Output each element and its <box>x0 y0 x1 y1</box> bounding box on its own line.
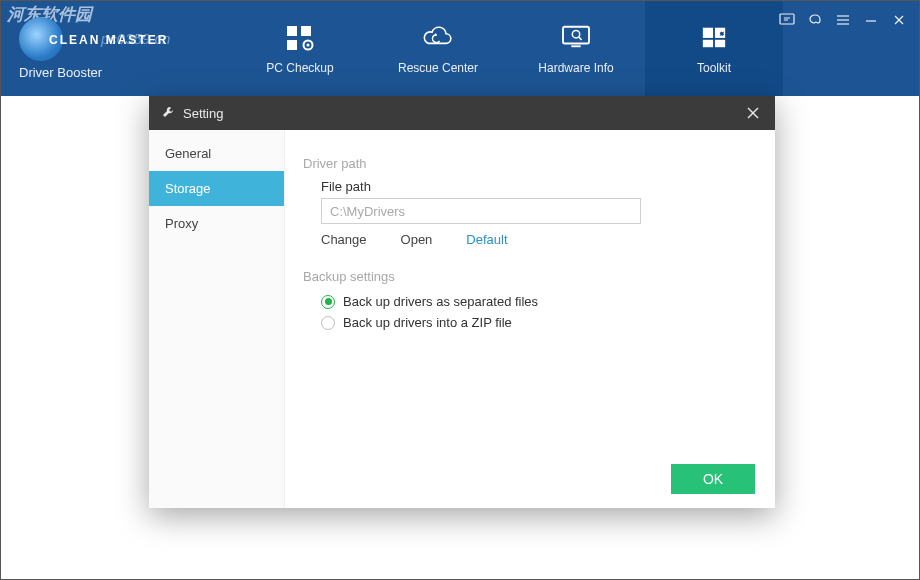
svg-rect-12 <box>715 39 725 46</box>
svg-rect-0 <box>287 26 297 36</box>
settings-close-button[interactable] <box>743 103 763 123</box>
toolkit-icon <box>698 23 730 51</box>
nav-rescue-center[interactable]: Rescue Center <box>369 1 507 96</box>
monitor-search-icon <box>560 23 592 51</box>
radio-icon <box>321 316 335 330</box>
svg-point-7 <box>572 30 579 37</box>
tab-storage[interactable]: Storage <box>149 171 284 206</box>
svg-rect-1 <box>301 26 311 36</box>
tab-general[interactable]: General <box>149 136 284 171</box>
nav-label: Toolkit <box>697 61 731 75</box>
radio-label: Back up drivers as separated files <box>343 294 538 309</box>
app-brand: CLEAN MASTER <box>49 33 168 47</box>
backup-options: Back up drivers as separated files Back … <box>321 294 753 330</box>
grid-icon <box>284 23 316 51</box>
tab-proxy[interactable]: Proxy <box>149 206 284 241</box>
backup-section-label: Backup settings <box>303 269 753 284</box>
wrench-icon <box>161 105 175 122</box>
file-path-input[interactable] <box>321 198 641 224</box>
app-subtitle: Driver Booster <box>19 65 102 80</box>
backup-option-separated[interactable]: Back up drivers as separated files <box>321 294 753 309</box>
nav-label: Rescue Center <box>398 61 478 75</box>
change-button[interactable]: Change <box>321 232 367 247</box>
cloud-restore-icon <box>422 23 454 51</box>
svg-rect-2 <box>287 40 297 50</box>
settings-titlebar: Setting <box>149 96 775 130</box>
app-header: 河东软件园 pc0359.cn CLEAN MASTER Driver Boos… <box>1 1 919 96</box>
nav-label: PC Checkup <box>266 61 333 75</box>
main-nav: PC Checkup Rescue Center Hardware Info T… <box>231 1 783 96</box>
menu-icon[interactable] <box>829 7 857 33</box>
settings-tabs: General Storage Proxy <box>149 130 285 508</box>
settings-content: Driver path File path Change Open Defaul… <box>285 130 775 508</box>
window-controls <box>773 7 913 33</box>
default-button[interactable]: Default <box>466 232 507 247</box>
skin-icon[interactable] <box>801 7 829 33</box>
nav-toolkit[interactable]: Toolkit <box>645 1 783 96</box>
ok-button[interactable]: OK <box>671 464 755 494</box>
logo-area: 河东软件园 pc0359.cn CLEAN MASTER Driver Boos… <box>1 1 231 96</box>
file-path-label: File path <box>321 179 753 194</box>
radio-label: Back up drivers into a ZIP file <box>343 315 512 330</box>
svg-rect-13 <box>780 14 794 24</box>
svg-rect-5 <box>563 26 589 43</box>
nav-hardware-info[interactable]: Hardware Info <box>507 1 645 96</box>
svg-point-4 <box>307 43 310 46</box>
svg-rect-9 <box>703 27 713 37</box>
path-actions: Change Open Default <box>321 232 753 247</box>
svg-line-8 <box>579 37 582 40</box>
settings-title: Setting <box>183 106 223 121</box>
close-button[interactable] <box>885 7 913 33</box>
minimize-button[interactable] <box>857 7 885 33</box>
nav-label: Hardware Info <box>538 61 613 75</box>
settings-dialog: Setting General Storage Proxy Driver pat… <box>149 96 775 508</box>
driver-path-section-label: Driver path <box>303 156 753 171</box>
svg-rect-11 <box>703 39 713 46</box>
backup-option-zip[interactable]: Back up drivers into a ZIP file <box>321 315 753 330</box>
open-button[interactable]: Open <box>401 232 433 247</box>
radio-icon <box>321 295 335 309</box>
feedback-icon[interactable] <box>773 7 801 33</box>
svg-rect-6 <box>571 45 580 47</box>
nav-pc-checkup[interactable]: PC Checkup <box>231 1 369 96</box>
settings-body: General Storage Proxy Driver path File p… <box>149 130 775 508</box>
